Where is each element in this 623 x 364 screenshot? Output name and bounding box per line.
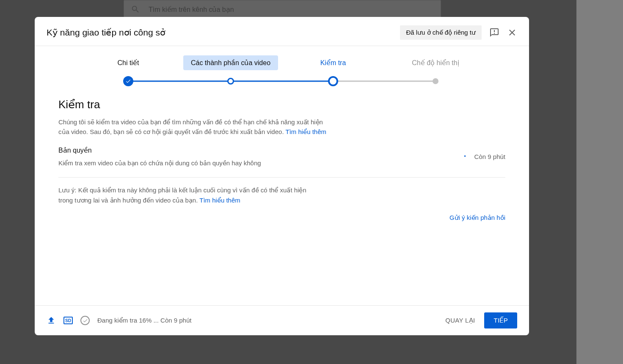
check-icon: [83, 318, 88, 323]
dialog-footer: SD Đang kiểm tra 16% ... Còn 9 phút QUAY…: [35, 305, 529, 335]
close-button[interactable]: [507, 27, 517, 38]
step-circle-current: [328, 76, 338, 86]
next-button[interactable]: TIẾP: [484, 312, 517, 328]
step-details[interactable]: Chi tiết: [77, 55, 179, 76]
check-icon: [125, 78, 131, 84]
note-learn-more-link[interactable]: Tìm hiểu thêm: [199, 197, 240, 204]
desc-text: Chúng tôi sẽ kiểm tra video của bạn để t…: [58, 118, 323, 135]
step-circle-small: [227, 78, 234, 85]
dialog-content: Kiểm tra Chúng tôi sẽ kiểm tra video của…: [35, 90, 529, 305]
saved-status-badge: Đã lưu ở chế độ riêng tư: [400, 25, 482, 40]
feedback-icon: [489, 27, 499, 38]
step-label: Chế độ hiển thị: [404, 55, 466, 70]
upload-icon: [47, 316, 56, 325]
step-line-inactive: [333, 81, 436, 82]
time-remaining-text: Còn 9 phút: [474, 153, 505, 160]
footer-actions: QUAY LẠI TIẾP: [445, 312, 517, 328]
footer-status-group: SD Đang kiểm tra 16% ... Còn 9 phút: [47, 316, 191, 325]
stepper: Chi tiết Các thành phần của video Kiểm t…: [35, 46, 529, 90]
upload-dialog: Kỹ năng giao tiếp nơi công sở Đã lưu ở c…: [35, 17, 529, 335]
back-button[interactable]: QUAY LẠI: [445, 317, 475, 324]
send-feedback-row: Gửi ý kiến phản hồi: [58, 214, 505, 222]
step-label: Các thành phần của video: [183, 55, 278, 70]
feedback-icon-button[interactable]: [489, 27, 499, 38]
close-icon: [507, 27, 517, 38]
results-note: Lưu ý: Kết quả kiểm tra này không phải l…: [58, 185, 321, 205]
time-remaining: • Còn 9 phút: [464, 146, 505, 160]
header-controls: Đã lưu ở chế độ riêng tư: [400, 25, 517, 40]
step-circle-done: [123, 76, 133, 86]
check-status-icon: [80, 316, 90, 325]
spinner-icon: •: [464, 153, 466, 159]
dialog-title: Kỹ năng giao tiếp nơi công sở: [47, 27, 165, 38]
dialog-header: Kỹ năng giao tiếp nơi công sở Đã lưu ở c…: [35, 17, 529, 46]
learn-more-link[interactable]: Tìm hiểu thêm: [285, 128, 326, 135]
step-label: Kiểm tra: [313, 55, 354, 70]
send-feedback-link[interactable]: Gửi ý kiến phản hồi: [449, 214, 505, 221]
checks-heading: Kiểm tra: [58, 98, 505, 111]
sd-badge: SD: [63, 317, 73, 324]
copyright-title: Bản quyền: [58, 146, 261, 154]
footer-status-text: Đang kiểm tra 16% ... Còn 9 phút: [97, 317, 191, 324]
checks-description: Chúng tôi sẽ kiểm tra video của bạn để t…: [58, 117, 334, 137]
step-checks[interactable]: Kiểm tra: [282, 55, 384, 76]
step-circle-disabled: [433, 78, 438, 84]
step-video-elements[interactable]: Các thành phần của video: [179, 55, 282, 76]
copyright-description: Kiểm tra xem video của bạn có chứa nội d…: [58, 159, 261, 167]
step-label: Chi tiết: [110, 55, 147, 70]
step-visibility: Chế độ hiển thị: [384, 55, 487, 76]
note-text: Lưu ý: Kết quả kiểm tra này không phải l…: [58, 186, 306, 204]
divider: [58, 177, 505, 178]
copyright-row: Bản quyền Kiểm tra xem video của bạn có …: [58, 146, 505, 167]
